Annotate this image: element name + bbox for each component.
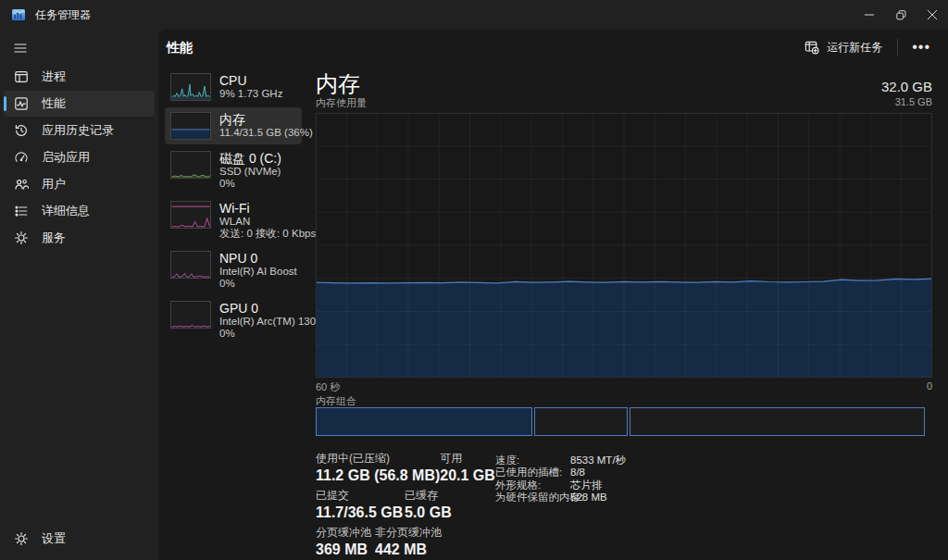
wifi-mini-chart [170,201,211,229]
perf-item-npu[interactable]: NPU 0 Intel(R) AI Boost 0% [165,246,302,294]
perf-item-cpu[interactable]: CPU 9% 1.73 GHz [165,68,302,106]
perf-item-sub: SSD (NVMe) [219,166,281,178]
composition-segment-modified[interactable] [534,407,628,436]
memory-usage-chart[interactable] [316,113,932,378]
sidebar: 进程 性能 应用历史记录 启动应用 [0,30,158,560]
stat-value: 5.0 GB [405,503,452,522]
page-title: 性能 [167,40,193,56]
stat-value: 369 MB [316,540,375,559]
sidebar-item-app-history[interactable]: 应用历史记录 [4,118,155,143]
perf-item-title: CPU [219,73,282,88]
task-manager-window: 任务管理器 [0,0,948,560]
stat-value: 442 MB [375,540,442,559]
stat-label: 可用 [440,452,495,466]
sidebar-item-users[interactable]: 用户 [4,171,155,197]
menu-toggle-button[interactable] [6,34,35,62]
memory-mini-chart [170,112,211,140]
gpu-mini-chart [170,301,211,329]
app-icon [11,7,26,22]
perf-item-title: NPU 0 [219,251,296,266]
perf-item-disk[interactable]: 磁盘 0 (C:) SSD (NVMe) 0% [165,146,302,194]
sidebar-item-label: 设置 [42,530,66,547]
sidebar-item-label: 应用历史记录 [42,122,114,139]
disk-mini-chart [170,151,211,179]
npu-mini-chart [170,251,211,279]
perf-item-title: GPU 0 [219,301,296,316]
performance-icon [13,96,29,112]
window-title: 任务管理器 [35,7,91,23]
memory-detail-pane: 内存 32.0 GB 内存使用量 31.5 GB 60 秒 0 内存组合 [316,30,932,560]
perf-item-sub: 11.4/31.5 GB (36%) [219,127,296,139]
perf-item-sub: Intel(R) AI Boost [219,266,296,278]
users-icon [13,177,29,193]
x-axis-left-label: 60 秒 [316,380,340,394]
sidebar-item-label: 进程 [42,68,66,85]
services-gear-icon [13,230,29,246]
perf-item-sub: 9% 1.73 GHz [219,88,282,100]
perf-item-title: 磁盘 0 (C:) [219,151,281,166]
detail-title: 内存 [316,69,360,99]
usage-scale-max: 31.5 GB [895,96,932,110]
perf-item-sub2: 0% [219,278,296,290]
perf-item-sub2: 0% [219,178,281,190]
content-panel: 性能 运行新任务 ••• [158,30,948,560]
restore-button[interactable] [885,0,917,30]
stat-value: 20.1 GB [440,466,495,485]
sidebar-item-label: 详细信息 [42,203,90,219]
sidebar-item-processes[interactable]: 进程 [4,64,155,90]
composition-label: 内存组合 [316,394,356,408]
perf-item-memory[interactable]: 内存 11.4/31.5 GB (36%) [165,107,302,144]
hw-stat-label: 外形规格: [495,479,570,492]
hw-stat-value: 芯片排 [570,479,603,492]
sidebar-item-settings[interactable]: 设置 [4,526,155,552]
history-icon [13,123,29,139]
memory-composition-bar[interactable] [316,407,932,436]
details-icon [13,204,29,219]
perf-item-title: Wi-Fi [219,201,296,216]
stat-label: 已缓存 [405,489,452,503]
processes-icon [13,69,29,85]
x-axis-right-label: 0 [927,380,932,394]
memory-total: 32.0 GB [881,79,932,94]
hw-stat-value: 8533 MT/秒 [570,454,626,467]
perf-item-sub: WLAN [219,216,296,228]
hamburger-icon [13,41,28,56]
sidebar-item-label: 性能 [42,95,66,112]
hw-stat-value: 8/8 [570,467,585,479]
perf-item-sub2: 发送: 0 接收: 0 Kbps [219,228,296,240]
startup-icon [13,150,29,166]
stat-label: 分页缓冲池 [316,526,375,540]
perf-item-sub2: 0% [219,328,296,340]
hw-stat-label: 速度: [495,454,570,467]
sidebar-item-performance[interactable]: 性能 [4,91,155,117]
perf-item-sub: Intel(R) Arc(TM) 130V. [219,316,296,328]
minimize-button[interactable] [854,0,885,30]
cpu-mini-chart [170,73,211,101]
hw-stat-label: 已使用的插槽: [495,467,570,479]
stat-label: 非分页缓冲池 [375,526,442,540]
sidebar-item-services[interactable]: 服务 [4,225,155,251]
usage-chart-label: 内存使用量 [316,96,367,110]
memory-hw-stats: 速度: 8533 MT/秒 已使用的插槽: 8/8 外形规格: 芯片排 为硬件保… [495,454,626,504]
perf-item-gpu[interactable]: GPU 0 Intel(R) Arc(TM) 130V. 0% [165,296,302,344]
stat-value: 11.7/36.5 GB [316,503,405,522]
composition-segment-standby[interactable] [630,407,925,436]
stat-value: 11.2 GB (56.8 MB) [316,466,440,485]
selection-accent [4,96,6,111]
composition-segment-in-use[interactable] [316,407,532,436]
titlebar[interactable]: 任务管理器 [0,0,948,30]
hw-stat-value: 528 MB [570,492,607,504]
perf-item-wifi[interactable]: Wi-Fi WLAN 发送: 0 接收: 0 Kbps [165,196,302,244]
stat-label: 使用中(已压缩) [316,452,440,466]
close-button[interactable] [917,0,948,30]
sidebar-item-details[interactable]: 详细信息 [4,198,155,224]
perf-item-title: 内存 [219,112,296,127]
hw-stat-label: 为硬件保留的内存: [495,492,570,504]
performance-list: CPU 9% 1.73 GHz 内存 11.4/31.5 GB (36%) [165,68,302,346]
sidebar-item-label: 服务 [42,230,66,246]
settings-gear-icon [13,531,29,547]
sidebar-item-startup-apps[interactable]: 启动应用 [4,144,155,170]
stat-label: 已提交 [316,489,405,503]
memory-stats: 使用中(已压缩) 11.2 GB (56.8 MB) 可用 20.1 GB 已提… [316,452,495,560]
sidebar-item-label: 用户 [42,176,66,193]
